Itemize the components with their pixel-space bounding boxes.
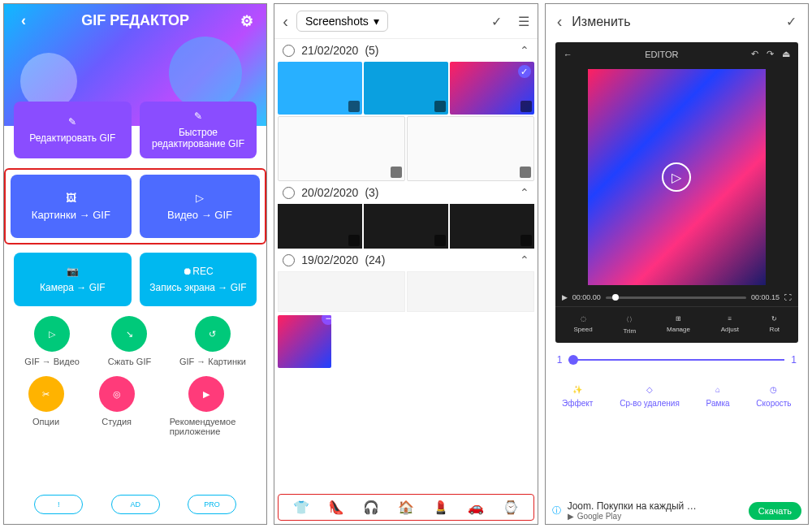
- cat-home-icon[interactable]: 🏠: [398, 500, 414, 515]
- thumb-removable[interactable]: −: [278, 315, 331, 368]
- date-group-0[interactable]: 21/02/2020(5) ⌃: [274, 39, 537, 62]
- card-screenrec-to-gif[interactable]: ⏺REC Запись экрана → GIF: [140, 253, 257, 306]
- radio-icon[interactable]: [283, 187, 295, 199]
- screen-editor: ‹ Изменить ✓ ← EDITOR ↶ ↷ ⏏ ▷ ▶ 00:00.00…: [545, 3, 809, 525]
- radio-icon[interactable]: [283, 254, 295, 266]
- editor-toolbar: ◌Speed 〈〉Trim ⊞Manage ≡Adjust ↻Rot: [555, 306, 798, 343]
- download-button[interactable]: Скачать: [749, 502, 801, 520]
- chevron-up-icon[interactable]: ⌃: [520, 253, 529, 266]
- thumb-selected[interactable]: [450, 62, 534, 115]
- thumb[interactable]: [364, 62, 448, 115]
- thumb[interactable]: [364, 204, 448, 249]
- thumb[interactable]: [278, 62, 362, 115]
- circ-options[interactable]: ✂Опции: [28, 376, 64, 436]
- circ-studio[interactable]: ◎Студия: [99, 376, 135, 436]
- card-quick-edit[interactable]: ✎ Быстрое редактирование GIF: [140, 102, 257, 158]
- trim-icon: 〈〉: [623, 315, 636, 324]
- ad-pill[interactable]: AD: [111, 495, 160, 514]
- back-icon[interactable]: ‹: [283, 12, 288, 31]
- editor-back-icon[interactable]: ←: [564, 50, 572, 59]
- redo-icon[interactable]: ↷: [767, 49, 774, 59]
- card-pics-to-gif[interactable]: 🖼 Картинки → GIF: [11, 175, 132, 238]
- radio-icon[interactable]: [283, 45, 295, 57]
- pro-pill[interactable]: PRO: [188, 495, 236, 514]
- expand-icon[interactable]: [520, 235, 532, 246]
- thumb[interactable]: [407, 271, 534, 312]
- undo-icon[interactable]: ↶: [751, 49, 758, 59]
- expand-icon[interactable]: [434, 235, 446, 246]
- date-label: 19/02/2020: [301, 253, 358, 266]
- date-group-2[interactable]: 19/02/2020(24) ⌃: [274, 249, 537, 271]
- tool-eraser[interactable]: ◇Ср-во удаления: [620, 385, 680, 408]
- tool-rotate[interactable]: ↻Rot: [770, 315, 780, 335]
- chevron-up-icon[interactable]: ⌃: [520, 186, 529, 199]
- tool-adjust[interactable]: ≡Adjust: [721, 315, 739, 335]
- circ-compress[interactable]: ↘Сжать GIF: [108, 316, 152, 366]
- back-icon[interactable]: ‹: [557, 12, 563, 31]
- card-camera-to-gif[interactable]: 📷 Камера → GIF: [14, 253, 132, 306]
- ad-close-icon[interactable]: ⓘ: [552, 504, 561, 517]
- play-small-icon[interactable]: ▶: [562, 293, 568, 301]
- slider-max: 1: [791, 354, 797, 366]
- count-label: (5): [365, 44, 378, 57]
- back-icon[interactable]: ‹: [17, 15, 30, 28]
- expand-icon[interactable]: [348, 101, 360, 112]
- tool-effect[interactable]: ✨Эффект: [562, 385, 593, 408]
- tool-speed2[interactable]: ◷Скорость: [756, 385, 791, 408]
- cat-watch-icon[interactable]: ⌚: [503, 500, 519, 515]
- image-icon: 🖼: [66, 192, 76, 204]
- confirm-icon[interactable]: ✓: [786, 14, 797, 29]
- play-icon: ▷: [196, 192, 204, 204]
- tool-label: Рамка: [706, 399, 730, 408]
- ad-store: Google Play: [577, 512, 621, 521]
- circ-recommended[interactable]: ▶Рекомендуемое приложение: [170, 376, 243, 436]
- cat-car-icon[interactable]: 🚗: [468, 500, 484, 515]
- thumb[interactable]: [278, 204, 362, 249]
- thumb[interactable]: [278, 271, 405, 312]
- card-video-to-gif[interactable]: ▷ Видео → GIF: [140, 175, 261, 238]
- tool-label: Adjust: [721, 326, 739, 333]
- tool-frame[interactable]: ⌂Рамка: [706, 385, 730, 408]
- expand-icon[interactable]: [520, 101, 532, 112]
- play-icon: ▷: [34, 316, 70, 352]
- cat-shoe-icon[interactable]: 👠: [328, 500, 344, 515]
- circ-gif-to-pics[interactable]: ↺GIF → Картинки: [179, 316, 246, 366]
- expand-icon[interactable]: [434, 101, 446, 112]
- thumb[interactable]: [278, 116, 405, 181]
- date-group-1[interactable]: 20/02/2020(3) ⌃: [274, 181, 537, 204]
- expand-icon[interactable]: [348, 235, 360, 246]
- info-pill[interactable]: !: [34, 495, 83, 514]
- tool-label: Speed: [574, 326, 593, 333]
- thumb[interactable]: [450, 204, 534, 249]
- thumb[interactable]: [407, 116, 534, 181]
- settings-icon[interactable]: ⚙: [240, 15, 253, 28]
- folder-dropdown[interactable]: Screenshots ▾: [296, 11, 388, 32]
- cat-headphones-icon[interactable]: 🎧: [363, 500, 379, 515]
- export-icon[interactable]: ⏏: [782, 49, 790, 59]
- fullscreen-icon[interactable]: ⛶: [784, 293, 792, 301]
- timeline[interactable]: ▶ 00:00.00 00:00.15 ⛶: [555, 288, 798, 306]
- tool-speed[interactable]: ◌Speed: [574, 315, 593, 335]
- cat-lipstick-icon[interactable]: 💄: [433, 500, 449, 515]
- remove-icon[interactable]: −: [322, 315, 331, 325]
- tool-trim[interactable]: 〈〉Trim: [623, 315, 636, 335]
- ad-banner[interactable]: ⓘ Joom. Покупки на каждый … ▶Google Play…: [552, 500, 801, 521]
- card-edit-gif[interactable]: ✎ Редактировать GIF: [14, 102, 132, 158]
- play-icon[interactable]: ▷: [662, 162, 691, 192]
- frame-slider[interactable]: 1 1: [546, 346, 808, 374]
- brush-icon: ✎: [68, 116, 76, 128]
- filter-icon[interactable]: ☰: [518, 14, 529, 29]
- confirm-icon[interactable]: ✓: [491, 14, 502, 29]
- circ-gif-to-video[interactable]: ▷GIF → Видео: [24, 316, 80, 366]
- slider-track[interactable]: [568, 359, 784, 361]
- preview-area[interactable]: ▷: [588, 69, 766, 285]
- tool-manage[interactable]: ⊞Manage: [667, 315, 690, 335]
- circ-label: Опции: [32, 417, 59, 426]
- chevron-up-icon[interactable]: ⌃: [520, 44, 529, 57]
- cat-shirt-icon[interactable]: 👕: [293, 500, 309, 515]
- circ-label: Рекомендуемое приложение: [170, 417, 243, 436]
- timeline-bar[interactable]: [606, 296, 746, 299]
- expand-icon[interactable]: [520, 167, 531, 178]
- chevron-down-icon: ▾: [374, 15, 379, 28]
- expand-icon[interactable]: [391, 167, 402, 178]
